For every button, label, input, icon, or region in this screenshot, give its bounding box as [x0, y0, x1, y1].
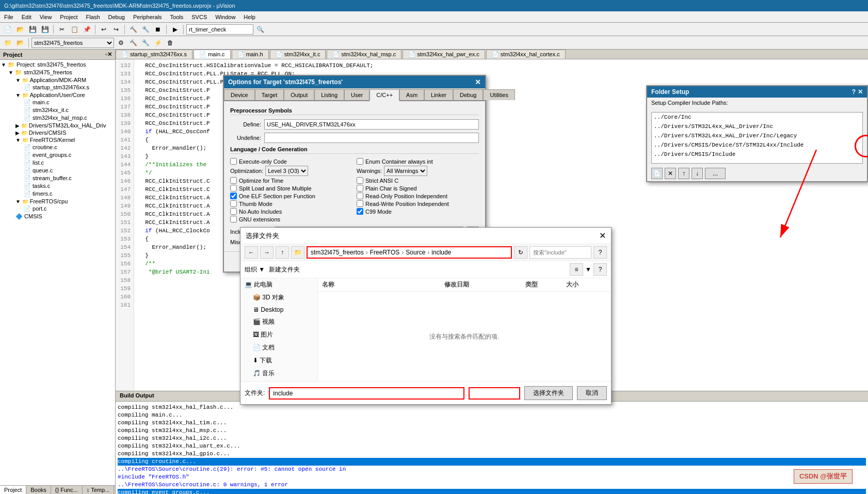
cb-one-elf-check[interactable]: [230, 193, 237, 199]
menu-tools[interactable]: Tools: [166, 13, 188, 21]
tab-cortex[interactable]: 📄 stm32l4xx_hal_cortex.c: [486, 50, 566, 59]
menu-edit[interactable]: Edit: [18, 13, 36, 21]
target-options-btn[interactable]: ⚙: [115, 37, 126, 49]
cb-read-write-check[interactable]: [357, 200, 363, 207]
rebuild-btn[interactable]: 🔧: [140, 24, 151, 35]
cb-strict-ansi-check[interactable]: [357, 177, 363, 184]
tree-item-root[interactable]: ▼ 📁 Project: stm32l475_freertos: [1, 61, 114, 69]
folder-up-btn[interactable]: ↑: [678, 168, 689, 179]
tab-listing[interactable]: Listing: [314, 89, 344, 100]
save-btn[interactable]: 💾: [27, 24, 38, 35]
tree-item-queue[interactable]: 📄 queue.c: [1, 167, 114, 174]
search-btn[interactable]: 🔍: [254, 24, 266, 35]
cb-thumb-mode-check[interactable]: [230, 200, 237, 207]
folder-help-btn[interactable]: ?: [852, 88, 856, 95]
tab-output[interactable]: Output: [284, 89, 314, 100]
tab-hal-msp[interactable]: 📄 stm32l4xx_hal_msp.c: [327, 50, 401, 59]
folder-path-item[interactable]: ../Core/Inc: [652, 113, 862, 122]
folder-setup-dialog[interactable]: Folder Setup ? ✕ Setup Compiler Include …: [646, 85, 868, 182]
tab-device[interactable]: Device: [224, 89, 255, 100]
paste-btn[interactable]: 📌: [81, 24, 92, 35]
options-dialog-close[interactable]: ✕: [475, 78, 481, 86]
target-select[interactable]: stm32l475_freertos: [31, 38, 114, 48]
tree-item-tasks[interactable]: 📄 tasks.c: [1, 182, 114, 190]
tab-target[interactable]: Target: [255, 89, 284, 100]
debug-btn[interactable]: ▶: [169, 24, 181, 35]
tree-item-list[interactable]: 📄 list.c: [1, 159, 114, 167]
project-tab-books[interactable]: Books: [26, 486, 51, 494]
menu-flash[interactable]: Flash: [82, 13, 104, 21]
open-btn[interactable]: 📂: [14, 24, 26, 35]
tab-cc[interactable]: C/C++: [369, 89, 399, 101]
tab-pwr[interactable]: 📄 stm32l4xx_hal_pwr_ex.c: [403, 50, 485, 59]
tree-item-main[interactable]: 📄 main.c: [1, 99, 114, 106]
project-tab-func[interactable]: {} Func...: [51, 486, 83, 494]
rebuild2-btn[interactable]: 🔧: [140, 37, 151, 49]
tab-user[interactable]: User: [344, 89, 369, 100]
menu-view[interactable]: View: [36, 13, 56, 21]
undo-btn[interactable]: ↩: [98, 24, 109, 35]
redo-btn[interactable]: ↪: [110, 24, 122, 35]
clean-btn[interactable]: 🗑: [165, 37, 176, 49]
new-proj-btn[interactable]: 📁: [2, 37, 13, 49]
copy-btn[interactable]: 📋: [69, 24, 80, 35]
tree-item-app-user[interactable]: ▼ 📁 Application/User/Core: [1, 91, 114, 99]
undefine-input[interactable]: [264, 133, 479, 143]
tab-startup[interactable]: 📄 startup_stm32l476xx.s: [116, 50, 192, 59]
folder-path-item[interactable]: ../Drivers/CMSIS/Device/ST/STM32L4xx/Inc…: [652, 140, 862, 150]
tab-asm[interactable]: Asm: [399, 89, 424, 100]
cb-optimize-time-check[interactable]: [230, 177, 237, 184]
tree-item-drivers[interactable]: ▶ 📁 Drivers/STM32L4xx_HAL_Driv: [1, 122, 114, 129]
tree-item-cmsis[interactable]: ▶ 📁 Drivers/CMSIS: [1, 129, 114, 136]
tree-item-it[interactable]: 📄 stm32l4xx_it.c: [1, 106, 114, 114]
menu-window[interactable]: Window: [211, 13, 239, 21]
folder-new-btn[interactable]: 📄: [651, 168, 663, 179]
save-all-btn[interactable]: 💾: [39, 24, 51, 35]
tree-item-port[interactable]: 📄 port.c: [1, 205, 114, 213]
tree-item-stream-buffer[interactable]: 📄 stream_buffer.c: [1, 174, 114, 182]
open-proj-btn[interactable]: 📂: [14, 37, 26, 49]
cut-btn[interactable]: ✂: [56, 24, 68, 35]
cb-c99-check[interactable]: [357, 208, 363, 215]
folder-down-btn[interactable]: ↓: [692, 168, 703, 179]
tree-item-cmsis-root[interactable]: 🔷 CMSIS: [1, 213, 114, 220]
folder-path-item[interactable]: ../Drivers/CMSIS/Include: [652, 150, 862, 159]
folder-close-btn[interactable]: ✕: [858, 88, 863, 95]
flash-btn[interactable]: ⚡: [152, 37, 164, 49]
folder-path-item[interactable]: ../Drivers/STM32L4xx_HAL_Driver/Inc: [652, 122, 862, 131]
tab-debug[interactable]: Debug: [453, 89, 483, 100]
help-btn[interactable]: Help: [449, 256, 479, 267]
tree-item-timers[interactable]: 📄 timers.c: [1, 190, 114, 198]
menu-debug[interactable]: Debug: [104, 13, 129, 21]
function-input[interactable]: [186, 24, 253, 35]
project-tab-temp[interactable]: ↕ Temp...: [83, 486, 114, 494]
cb-plain-char-check[interactable]: [357, 185, 363, 192]
project-tab-project[interactable]: Project: [0, 486, 26, 494]
tab-main-h[interactable]: 📄 main.h: [232, 50, 269, 59]
menu-svcs[interactable]: SVCS: [187, 13, 211, 21]
tree-item-event-groups[interactable]: 📄 event_groups.c: [1, 151, 114, 159]
build-btn[interactable]: 🔨: [127, 24, 139, 35]
folder-browse-btn[interactable]: ...: [705, 168, 726, 179]
tree-item-freertos-kernel[interactable]: ▼ 📁 FreeRTOS/Kernel: [1, 136, 114, 144]
tab-utilities[interactable]: Utilities: [483, 89, 515, 100]
options-dialog[interactable]: Options for Target 'stm32l475_freertos' …: [223, 75, 486, 273]
tree-item-app-mdk[interactable]: ▼ 📁 Application/MDK-ARM: [1, 76, 114, 84]
cb-read-only-check[interactable]: [357, 193, 363, 199]
menu-help[interactable]: Help: [239, 13, 260, 21]
folder-delete-btn[interactable]: ✕: [665, 168, 676, 179]
cancel-btn[interactable]: Cancel: [411, 256, 446, 267]
tree-item-croutine[interactable]: 📄 croutine.c: [1, 144, 114, 151]
stop-btn[interactable]: ⏹: [152, 24, 164, 35]
warnings-select[interactable]: All Warnings: [384, 166, 427, 176]
tree-item-startup[interactable]: 📄 startup_stm32l476xx.s: [1, 84, 114, 91]
cb-no-auto-check[interactable]: [230, 208, 237, 215]
tab-it[interactable]: 📄 stm32l4xx_it.c: [270, 50, 326, 59]
tab-main-c[interactable]: 📄 main.c: [194, 50, 230, 59]
folder-path-item[interactable]: ../Drivers/STM32L4xx_HAL_Driver/Inc/Lega…: [652, 131, 862, 140]
menu-file[interactable]: File: [0, 13, 18, 21]
menu-peripherals[interactable]: Peripherals: [129, 13, 166, 21]
build2-btn[interactable]: 🔨: [127, 37, 139, 49]
optimization-select[interactable]: Level 3 (O3): [265, 166, 308, 176]
tree-item-msp[interactable]: 📄 stm32l4xx_hal_msp.c: [1, 114, 114, 122]
